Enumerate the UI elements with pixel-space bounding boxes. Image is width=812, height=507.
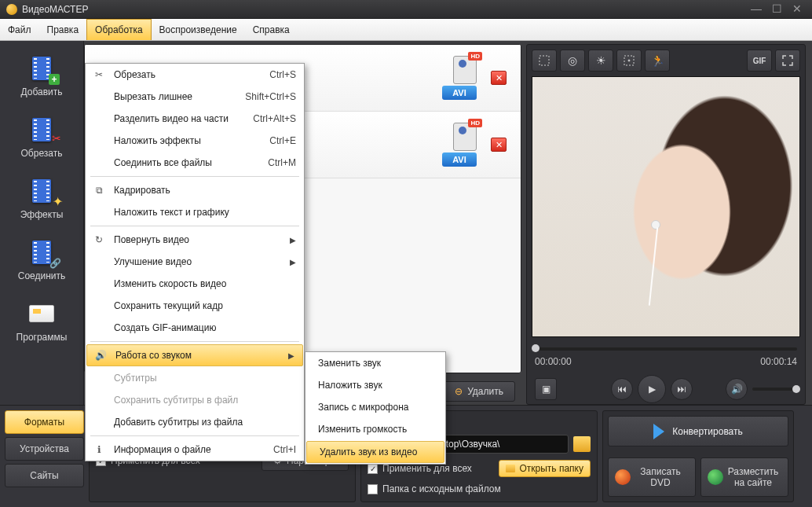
volume-icon[interactable]: 🔊 — [726, 378, 748, 400]
menu-item[interactable]: ℹИнформация о файлеCtrl+I — [86, 439, 304, 461]
svg-point-2 — [628, 60, 630, 61]
open-folder-button[interactable]: Открыть папку — [499, 460, 591, 477]
minimize-button[interactable]: — — [748, 3, 765, 16]
svg-rect-0 — [540, 56, 549, 65]
menu-item[interactable]: Улучшение видео▶ — [86, 251, 304, 273]
sidebar-join[interactable]: 🔗 Соединить — [5, 231, 79, 288]
preview-toolbar: ◎ ☀ 🏃 GIF — [532, 50, 800, 72]
publish-button[interactable]: Разместитьна сайте — [700, 457, 788, 497]
menu-item[interactable]: Сохранить текущий кадр — [86, 295, 304, 317]
camcorder-icon: HD — [453, 56, 477, 84]
menu-Файл[interactable]: Файл — [0, 19, 39, 40]
frame-icon[interactable] — [616, 50, 642, 72]
sidebar-label: Обрезать — [21, 148, 63, 159]
prev-button[interactable]: ⏮ — [611, 378, 633, 400]
remove-item-button[interactable]: ✕ — [491, 138, 507, 152]
info-icon: ℹ — [92, 443, 106, 457]
chevron-right-icon: ▶ — [290, 258, 296, 266]
volume-bar[interactable] — [752, 388, 797, 391]
menu-item[interactable]: ⧉Кадрировать — [86, 179, 304, 201]
titlebar: ВидеоМАСТЕР — ☐ ✕ — [0, 0, 812, 19]
scissors-icon: ✂ — [92, 68, 106, 82]
brightness-icon[interactable]: ☀ — [588, 50, 613, 72]
sidebar-programs[interactable]: Программы — [5, 292, 79, 349]
sidebar-label: Программы — [16, 332, 68, 343]
record-icon[interactable]: ◎ — [560, 50, 585, 72]
avi-badge: AVI — [442, 86, 477, 100]
delete-button[interactable]: ⊖Удалить — [443, 381, 515, 402]
burn-dvd-button[interactable]: ЗаписатьDVD — [608, 457, 696, 497]
menu-item: Субтитры — [86, 367, 304, 389]
shortcut: Ctrl+M — [268, 157, 296, 168]
play-button[interactable]: ▶ — [638, 375, 666, 403]
format-tabs: ФорматыУстройстваСайты — [5, 410, 84, 502]
action-panel: Конвертировать ЗаписатьDVD Разместитьна … — [602, 410, 794, 502]
time-current: 00:00:00 — [535, 356, 572, 367]
sidebar-label: Соединить — [18, 270, 66, 281]
tab-Устройства[interactable]: Устройства — [5, 437, 84, 461]
gif-icon[interactable]: GIF — [747, 50, 772, 72]
app-icon — [6, 4, 17, 15]
crop-icon: ⧉ — [92, 183, 106, 197]
shortcut: Ctrl+I — [273, 444, 296, 455]
remove-item-button[interactable]: ✕ — [491, 71, 507, 85]
sidebar-label: Добавить — [20, 86, 62, 97]
crop-tool-icon[interactable] — [532, 50, 557, 72]
menu-item[interactable]: Вырезать лишнееShift+Ctrl+S — [86, 86, 304, 108]
menu-Воспроизведение[interactable]: Воспроизведение — [152, 19, 245, 40]
globe-icon — [708, 469, 723, 485]
source-folder-checkbox[interactable]: Папка с исходным файлом — [368, 483, 591, 494]
menu-item: Сохранить субтитры в файл — [86, 389, 304, 411]
next-button[interactable]: ⏭ — [671, 378, 693, 400]
menu-item[interactable]: Разделить видео на частиCtrl+Alt+S — [86, 108, 304, 130]
fullscreen-icon[interactable] — [775, 50, 800, 72]
menu-item[interactable]: ✂ОбрезатьCtrl+S — [86, 64, 304, 86]
menu-item[interactable]: 🔊Работа со звуком▶ — [86, 344, 303, 366]
close-button[interactable]: ✕ — [788, 3, 806, 16]
browse-folder-icon[interactable] — [573, 436, 591, 452]
minus-icon: ⊖ — [455, 386, 463, 397]
menu-item[interactable]: ↻Повернуть видео▶ — [86, 229, 304, 251]
maximize-button[interactable]: ☐ — [768, 3, 785, 16]
avi-badge: AVI — [442, 152, 477, 167]
convert-button[interactable]: Конвертировать — [608, 416, 788, 446]
apply-all-checkbox-2[interactable]: ✓Применить для всех — [368, 463, 472, 474]
menu-Правка[interactable]: Правка — [39, 19, 87, 40]
video-preview[interactable] — [532, 76, 800, 337]
seek-bar[interactable] — [535, 344, 797, 355]
tab-Форматы[interactable]: Форматы — [5, 410, 84, 434]
menu-item[interactable]: Изменить скорость видео — [86, 273, 304, 295]
speed-icon[interactable]: 🏃 — [645, 50, 670, 72]
menu-item[interactable]: Наложить эффектыCtrl+E — [86, 130, 304, 152]
submenu-item[interactable]: Изменить громкость — [305, 418, 445, 440]
menu-item[interactable]: Соединить все файлыCtrl+M — [86, 152, 304, 174]
menu-item[interactable]: Создать GIF-анимацию — [86, 317, 304, 339]
sidebar-trim[interactable]: ✂ Обрезать — [5, 108, 79, 165]
menu-Справка[interactable]: Справка — [245, 19, 298, 40]
tab-Сайты[interactable]: Сайты — [5, 464, 84, 487]
menu-item[interactable]: Наложить текст и графику — [86, 201, 304, 223]
submenu-item[interactable]: Удалить звук из видео — [306, 441, 444, 463]
sidebar-add[interactable]: + Добавить — [5, 47, 79, 104]
submenu-item[interactable]: Запись с микрофона — [305, 396, 445, 418]
chevron-right-icon: ▶ — [288, 351, 294, 360]
shortcut: Ctrl+E — [269, 135, 296, 146]
dvd-icon — [615, 469, 631, 485]
time-total: 00:00:14 — [760, 356, 797, 367]
shortcut: Ctrl+Alt+S — [253, 113, 296, 124]
sound-icon: 🔊 — [93, 348, 108, 362]
sidebar-label: Эффекты — [20, 209, 64, 220]
shortcut: Shift+Ctrl+S — [245, 91, 296, 102]
chevron-right-icon: ▶ — [290, 236, 296, 244]
window-title: ВидеоМАСТЕР — [22, 4, 744, 15]
rotate-icon: ↻ — [92, 233, 106, 247]
audio-submenu: Заменить звукНаложить звукЗапись с микро… — [305, 351, 446, 465]
sidebar-effects[interactable]: ✦ Эффекты — [5, 170, 79, 226]
shortcut: Ctrl+S — [269, 69, 296, 80]
folder-icon — [506, 465, 515, 472]
menu-Обработка[interactable]: Обработка — [86, 19, 152, 40]
menu-item[interactable]: Добавить субтитры из файла — [86, 411, 304, 433]
submenu-item[interactable]: Наложить звук — [305, 374, 445, 396]
snapshot-icon[interactable]: ▣ — [535, 378, 557, 400]
submenu-item[interactable]: Заменить звук — [305, 352, 445, 374]
